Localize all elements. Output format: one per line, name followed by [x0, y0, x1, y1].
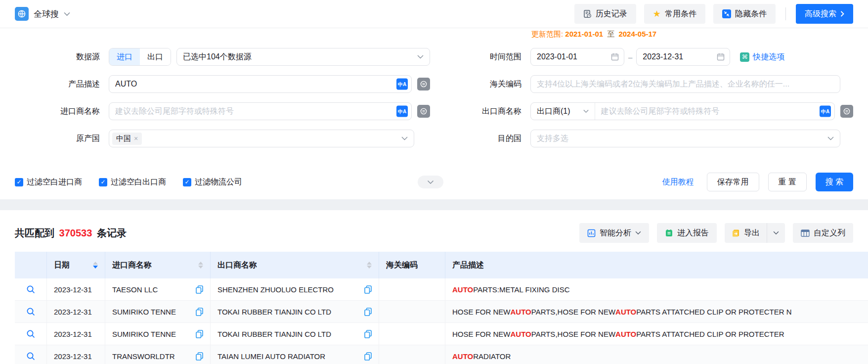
update-range-label: 更新范围:: [531, 30, 563, 38]
row-exporter-cell: SHENZHEN ZHUOLUO ELECTRO: [211, 278, 379, 300]
header-date[interactable]: 日期: [47, 252, 105, 278]
tutorial-link[interactable]: 使用教程: [662, 177, 694, 187]
custom-columns-button[interactable]: 自定义列: [793, 223, 853, 243]
favorites-label: 常用条件: [665, 9, 696, 19]
row-product: AUTO RADIATOR: [445, 345, 868, 364]
search-button[interactable]: 搜 索: [816, 173, 853, 191]
reset-button[interactable]: 重 置: [768, 173, 807, 191]
copy-icon[interactable]: [196, 285, 203, 294]
export-more-button[interactable]: [767, 223, 785, 243]
sort-exporter-control[interactable]: [367, 262, 372, 269]
checkbox-checked-icon[interactable]: ✓: [15, 178, 23, 186]
chevron-down-icon: [427, 180, 434, 184]
row-detail-cell: [15, 345, 47, 364]
close-icon[interactable]: ×: [134, 135, 138, 142]
copy-icon[interactable]: [196, 330, 203, 338]
export-button[interactable]: 导出: [725, 223, 767, 243]
hide-conditions-button[interactable]: 隐藏条件: [713, 4, 776, 24]
checkbox-checked-icon[interactable]: ✓: [99, 178, 107, 186]
row-detail-cell: [15, 278, 47, 300]
header-exporter[interactable]: 出口商名称: [211, 252, 379, 278]
search-icon[interactable]: [26, 352, 36, 361]
filter-empty-importer[interactable]: ✓ 过滤空白进口商: [15, 177, 82, 187]
star-icon: ★: [653, 9, 661, 18]
shortcut-icon: ⌘: [740, 52, 749, 62]
row-importer-name[interactable]: TRANSWORLDTR: [112, 352, 192, 361]
exporter-type-select[interactable]: 出口商(1): [531, 103, 595, 120]
smart-analysis-button[interactable]: 智能分析: [579, 223, 649, 243]
favorites-button[interactable]: ★ 常用条件: [644, 4, 705, 24]
enter-report-label: 进入报告: [677, 228, 709, 238]
row-importer-name[interactable]: SUMIRIKO TENNE: [112, 308, 192, 316]
copy-icon[interactable]: [364, 352, 372, 361]
translate-icon[interactable]: 中A: [820, 106, 831, 117]
similar-search-icon[interactable]: [840, 105, 853, 118]
exporter-type-value: 出口商(1): [537, 106, 570, 117]
sort-date-control[interactable]: [93, 262, 98, 269]
similar-search-icon[interactable]: [417, 105, 430, 118]
filter-empty-exporter[interactable]: ✓ 过滤空白出口商: [99, 177, 166, 187]
quick-options-link[interactable]: ⌘ 快捷选项: [740, 52, 784, 62]
save-favorite-button[interactable]: 保存常用: [707, 173, 759, 191]
table-row: 2023-12-31 SUMIRIKO TENNE TOKAI RUBBER T…: [15, 301, 868, 323]
filter-logistics[interactable]: ✓ 过滤物流公司: [183, 177, 242, 187]
row-exporter-cell: TAIAN LUMEI AUTO RADIATOR: [211, 345, 379, 364]
date-separator: –: [628, 53, 632, 61]
date-from-input[interactable]: [531, 48, 624, 65]
table-row: 2023-12-31 SUMIRIKO TENNE TOKAI RUBBER T…: [15, 323, 868, 345]
advanced-search-button[interactable]: 高级搜索: [796, 4, 853, 24]
update-range-from: 2021-01-01: [565, 30, 603, 38]
checkbox-checked-icon[interactable]: ✓: [183, 178, 191, 186]
translate-icon[interactable]: 中A: [396, 79, 408, 90]
origin-country-select[interactable]: 中国 ×: [109, 130, 414, 147]
copy-icon[interactable]: [364, 285, 372, 294]
product-input[interactable]: [109, 76, 411, 92]
row-importer-name[interactable]: SUMIRIKO TENNE: [112, 330, 192, 338]
similar-search-icon[interactable]: [417, 78, 430, 91]
history-button[interactable]: 历史记录: [574, 4, 636, 24]
row-importer-name[interactable]: TAESON LLC: [112, 285, 192, 294]
copy-icon[interactable]: [364, 330, 372, 338]
hscode-input[interactable]: [531, 76, 840, 92]
search-icon[interactable]: [26, 285, 36, 294]
row-date: 2023-12-31: [47, 345, 105, 364]
row-exporter-name[interactable]: SHENZHEN ZHUOLUO ELECTRO: [217, 285, 360, 294]
form-actions: 使用教程 保存常用 重 置 搜 索: [662, 173, 853, 191]
row-exporter-name[interactable]: TAIAN LUMEI AUTO RADIATOR: [217, 352, 360, 361]
chevron-down-icon: [583, 109, 589, 113]
search-icon[interactable]: [26, 329, 36, 339]
copy-icon[interactable]: [196, 352, 203, 361]
app-title: 全球搜: [34, 8, 59, 20]
row-exporter-name[interactable]: TOKAI RUBBER TIANJIN CO LTD: [217, 330, 360, 338]
row-date: 2023-12-31: [47, 323, 105, 345]
export-tab[interactable]: 出口: [140, 48, 171, 65]
export-icon: [732, 229, 740, 237]
exporter-input[interactable]: [595, 103, 834, 120]
search-icon[interactable]: [26, 307, 36, 317]
collapse-form-button[interactable]: [418, 176, 443, 188]
destination-label: 目的国: [430, 134, 521, 144]
calendar-icon[interactable]: [611, 53, 619, 61]
datasource-select[interactable]: 已选中104个数据源: [176, 48, 430, 66]
row-importer-cell: SUMIRIKO TENNE: [105, 301, 211, 322]
date-to-input[interactable]: [637, 48, 730, 65]
translate-icon[interactable]: 中A: [396, 106, 408, 117]
importer-input[interactable]: [109, 103, 411, 120]
enter-report-button[interactable]: 进入报告: [657, 223, 717, 243]
sort-importer-control[interactable]: [198, 262, 203, 269]
copy-icon[interactable]: [196, 308, 203, 316]
copy-icon[interactable]: [364, 308, 372, 316]
calendar-icon[interactable]: [717, 53, 725, 61]
row-exporter-name[interactable]: TOKAI RUBBER TIANJIN CO LTD: [217, 308, 360, 316]
destination-select[interactable]: 支持多选: [530, 130, 840, 147]
header-hscode-label: 海关编码: [386, 260, 418, 271]
import-tab[interactable]: 进口: [109, 48, 140, 65]
date-to-box: [636, 48, 730, 66]
importer-input-box: 中A: [109, 102, 412, 120]
topbar-actions: 历史记录 ★ 常用条件 隐藏条件 高级搜索: [574, 4, 853, 24]
quick-options-label: 快捷选项: [753, 52, 784, 62]
row-hscode: [379, 301, 445, 322]
header-importer[interactable]: 进口商名称: [105, 252, 211, 278]
row-importer-cell: TRANSWORLDTR: [105, 345, 211, 364]
app-brand[interactable]: 全球搜: [15, 7, 70, 21]
